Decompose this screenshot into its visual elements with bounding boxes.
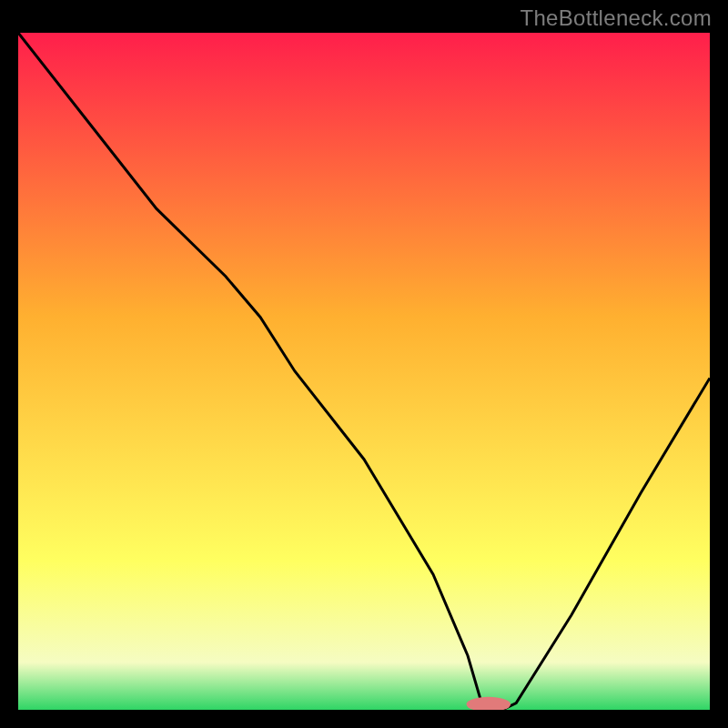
bottleneck-plot: [18, 33, 710, 710]
chart-container: TheBottleneck.com: [0, 0, 728, 728]
watermark-text: TheBottleneck.com: [520, 5, 712, 31]
gradient-background: [18, 33, 710, 710]
plot-frame: [18, 33, 710, 710]
